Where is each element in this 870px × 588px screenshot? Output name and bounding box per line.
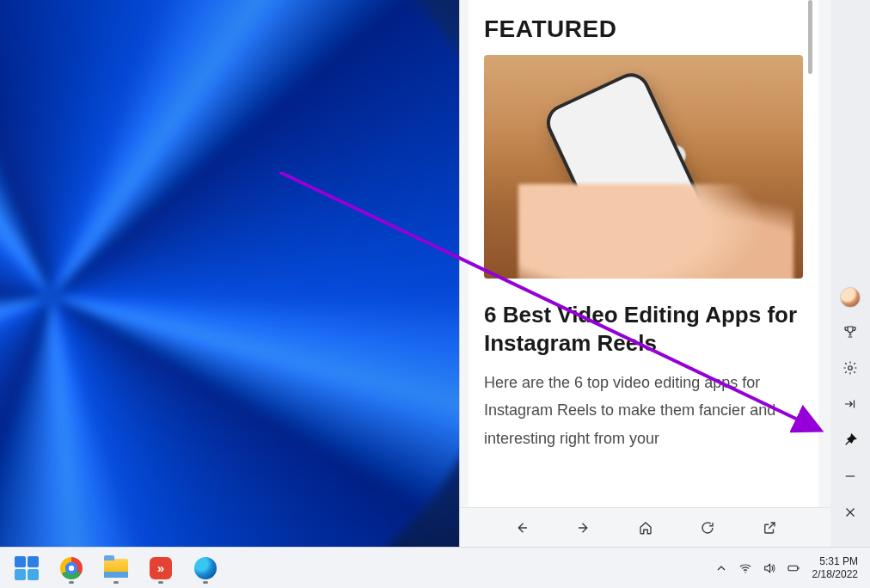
gear-icon xyxy=(842,360,858,376)
svg-point-2 xyxy=(744,572,745,573)
minimize-icon xyxy=(842,469,858,484)
profile-avatar[interactable] xyxy=(840,287,861,308)
tray-overflow-icon[interactable] xyxy=(714,561,728,575)
clock[interactable]: 5:31 PM 2/18/2022 xyxy=(812,555,858,581)
clock-time: 5:31 PM xyxy=(812,555,858,568)
close-icon xyxy=(842,505,858,520)
collapse-icon xyxy=(842,396,858,412)
back-button[interactable] xyxy=(510,516,534,540)
wifi-icon[interactable] xyxy=(738,561,752,575)
taskbar-right: 5:31 PM 2/18/2022 xyxy=(714,555,858,581)
taskbar-left: » xyxy=(12,554,220,583)
widgets-side-rail xyxy=(830,0,870,547)
svg-rect-3 xyxy=(788,566,798,570)
widgets-nav-bar xyxy=(460,507,830,547)
open-external-icon xyxy=(762,520,777,536)
close-button[interactable] xyxy=(837,500,863,524)
arrow-right-icon xyxy=(576,520,591,536)
volume-icon[interactable] xyxy=(763,561,776,575)
folder-icon xyxy=(104,559,128,578)
home-icon xyxy=(638,520,653,536)
collapse-button[interactable] xyxy=(837,392,863,416)
article-excerpt: Here are the 6 top video editing apps fo… xyxy=(484,369,803,452)
pin-button[interactable] xyxy=(837,428,863,452)
featured-heading: FEATURED xyxy=(484,15,803,43)
scrollbar[interactable] xyxy=(806,0,810,507)
todoist-taskbar-icon[interactable]: » xyxy=(146,554,175,583)
battery-icon[interactable] xyxy=(787,561,800,575)
chrome-icon xyxy=(60,557,83,579)
scrollbar-thumb[interactable] xyxy=(808,0,812,74)
start-button[interactable] xyxy=(12,554,41,583)
news-card[interactable]: FEATURED 6 Best Video Editing Apps for I… xyxy=(469,0,818,507)
todoist-icon: » xyxy=(150,557,172,579)
article-image xyxy=(484,55,803,279)
forward-button[interactable] xyxy=(572,516,596,540)
article-title[interactable]: 6 Best Video Editing Apps for Instagram … xyxy=(484,301,803,357)
system-tray xyxy=(714,561,800,575)
pin-icon xyxy=(842,432,858,448)
home-button[interactable] xyxy=(634,516,658,540)
minimize-button[interactable] xyxy=(837,464,863,488)
trophy-icon xyxy=(842,324,858,340)
widgets-panel: FEATURED 6 Best Video Editing Apps for I… xyxy=(459,0,870,547)
desktop: FEATURED 6 Best Video Editing Apps for I… xyxy=(0,0,870,588)
taskbar: » 5:31 PM 2/18/2022 xyxy=(0,547,870,588)
svg-point-0 xyxy=(849,366,853,371)
arrow-left-icon xyxy=(514,520,530,536)
rewards-button[interactable] xyxy=(837,320,863,344)
edge-taskbar-icon[interactable] xyxy=(191,554,220,583)
refresh-icon xyxy=(700,520,715,536)
settings-button[interactable] xyxy=(837,356,863,380)
windows-logo-icon xyxy=(15,556,39,580)
refresh-button[interactable] xyxy=(695,516,720,540)
file-explorer-taskbar-icon[interactable] xyxy=(101,554,131,583)
clock-date: 2/18/2022 xyxy=(812,568,858,581)
edge-icon xyxy=(194,557,217,579)
widgets-main: FEATURED 6 Best Video Editing Apps for I… xyxy=(460,0,830,547)
chrome-taskbar-icon[interactable] xyxy=(57,554,86,583)
open-external-button[interactable] xyxy=(757,516,781,540)
